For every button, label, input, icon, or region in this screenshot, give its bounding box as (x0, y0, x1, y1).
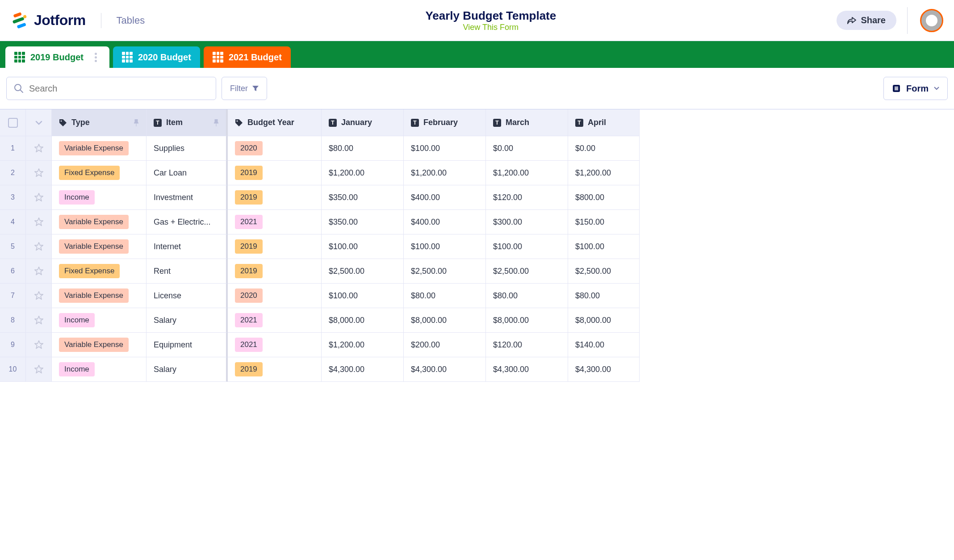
pin-icon[interactable] (213, 119, 219, 126)
cell-year[interactable]: 2020 (228, 284, 322, 308)
expand-header[interactable] (26, 109, 52, 136)
row-star[interactable] (26, 185, 52, 210)
col-header-item[interactable]: T Item (146, 109, 228, 136)
cell-january[interactable]: $4,300.00 (322, 357, 404, 382)
cell-item[interactable]: Gas + Electric... (146, 210, 228, 234)
cell-type[interactable]: Income (52, 357, 146, 382)
cell-february[interactable]: $1,200.00 (404, 161, 486, 185)
row-star[interactable] (26, 259, 52, 284)
cell-april[interactable]: $8,000.00 (568, 308, 640, 333)
row-number[interactable]: 1 (0, 136, 26, 161)
row-number[interactable]: 7 (0, 284, 26, 308)
tab-2020-budget[interactable]: 2020 Budget (113, 46, 200, 68)
cell-year[interactable]: 2019 (228, 234, 322, 259)
row-number[interactable]: 4 (0, 210, 26, 234)
section-name[interactable]: Tables (117, 15, 145, 26)
cell-march[interactable]: $80.00 (486, 284, 568, 308)
row-number[interactable]: 3 (0, 185, 26, 210)
cell-january[interactable]: $1,200.00 (322, 333, 404, 357)
cell-march[interactable]: $4,300.00 (486, 357, 568, 382)
cell-item[interactable]: Investment (146, 185, 228, 210)
cell-february[interactable]: $80.00 (404, 284, 486, 308)
cell-type[interactable]: Income (52, 308, 146, 333)
cell-item[interactable]: Supplies (146, 136, 228, 161)
cell-type[interactable]: Variable Expense (52, 136, 146, 161)
search-input[interactable] (29, 84, 209, 94)
cell-january[interactable]: $100.00 (322, 234, 404, 259)
cell-april[interactable]: $2,500.00 (568, 259, 640, 284)
cell-february[interactable]: $400.00 (404, 185, 486, 210)
cell-year[interactable]: 2019 (228, 161, 322, 185)
cell-type[interactable]: Variable Expense (52, 234, 146, 259)
cell-march[interactable]: $0.00 (486, 136, 568, 161)
cell-april[interactable]: $1,200.00 (568, 161, 640, 185)
row-star[interactable] (26, 284, 52, 308)
cell-march[interactable]: $120.00 (486, 185, 568, 210)
cell-type[interactable]: Variable Expense (52, 284, 146, 308)
user-avatar[interactable] (920, 9, 943, 32)
col-header-february[interactable]: T February (404, 109, 486, 136)
tab-2019-budget[interactable]: 2019 Budget (5, 46, 109, 68)
cell-year[interactable]: 2019 (228, 185, 322, 210)
cell-item[interactable]: Internet (146, 234, 228, 259)
cell-april[interactable]: $150.00 (568, 210, 640, 234)
cell-type[interactable]: Income (52, 185, 146, 210)
cell-february[interactable]: $100.00 (404, 234, 486, 259)
pin-icon[interactable] (134, 119, 139, 126)
cell-item[interactable]: Car Loan (146, 161, 228, 185)
cell-april[interactable]: $100.00 (568, 234, 640, 259)
row-star[interactable] (26, 161, 52, 185)
cell-february[interactable]: $8,000.00 (404, 308, 486, 333)
row-star[interactable] (26, 357, 52, 382)
col-header-january[interactable]: T January (322, 109, 404, 136)
cell-february[interactable]: $2,500.00 (404, 259, 486, 284)
cell-january[interactable]: $8,000.00 (322, 308, 404, 333)
cell-february[interactable]: $4,300.00 (404, 357, 486, 382)
cell-january[interactable]: $350.00 (322, 185, 404, 210)
row-star[interactable] (26, 234, 52, 259)
row-star[interactable] (26, 136, 52, 161)
share-button[interactable]: Share (837, 11, 896, 30)
cell-type[interactable]: Fixed Expense (52, 259, 146, 284)
cell-february[interactable]: $200.00 (404, 333, 486, 357)
filter-button[interactable]: Filter (222, 77, 267, 100)
cell-february[interactable]: $400.00 (404, 210, 486, 234)
row-number[interactable]: 9 (0, 333, 26, 357)
cell-year[interactable]: 2020 (228, 136, 322, 161)
col-header-march[interactable]: T March (486, 109, 568, 136)
cell-march[interactable]: $2,500.00 (486, 259, 568, 284)
cell-april[interactable]: $4,300.00 (568, 357, 640, 382)
view-form-link[interactable]: View This Form (463, 23, 519, 32)
form-view-dropdown[interactable]: Form (883, 77, 948, 100)
cell-year[interactable]: 2019 (228, 259, 322, 284)
row-number[interactable]: 6 (0, 259, 26, 284)
cell-january[interactable]: $350.00 (322, 210, 404, 234)
cell-march[interactable]: $8,000.00 (486, 308, 568, 333)
cell-march[interactable]: $1,200.00 (486, 161, 568, 185)
cell-january[interactable]: $1,200.00 (322, 161, 404, 185)
row-number[interactable]: 5 (0, 234, 26, 259)
cell-april[interactable]: $80.00 (568, 284, 640, 308)
cell-march[interactable]: $120.00 (486, 333, 568, 357)
cell-item[interactable]: License (146, 284, 228, 308)
cell-january[interactable]: $100.00 (322, 284, 404, 308)
row-star[interactable] (26, 333, 52, 357)
row-star[interactable] (26, 210, 52, 234)
col-header-type[interactable]: Type (52, 109, 146, 136)
cell-april[interactable]: $140.00 (568, 333, 640, 357)
checkbox-icon[interactable] (8, 118, 18, 128)
cell-year[interactable]: 2019 (228, 357, 322, 382)
cell-year[interactable]: 2021 (228, 333, 322, 357)
cell-february[interactable]: $100.00 (404, 136, 486, 161)
select-all-header[interactable] (0, 109, 26, 136)
cell-march[interactable]: $100.00 (486, 234, 568, 259)
cell-january[interactable]: $80.00 (322, 136, 404, 161)
cell-item[interactable]: Salary (146, 357, 228, 382)
cell-april[interactable]: $800.00 (568, 185, 640, 210)
tab-2021-budget[interactable]: 2021 Budget (204, 46, 291, 68)
cell-year[interactable]: 2021 (228, 308, 322, 333)
cell-march[interactable]: $300.00 (486, 210, 568, 234)
cell-type[interactable]: Variable Expense (52, 210, 146, 234)
cell-item[interactable]: Equipment (146, 333, 228, 357)
cell-year[interactable]: 2021 (228, 210, 322, 234)
